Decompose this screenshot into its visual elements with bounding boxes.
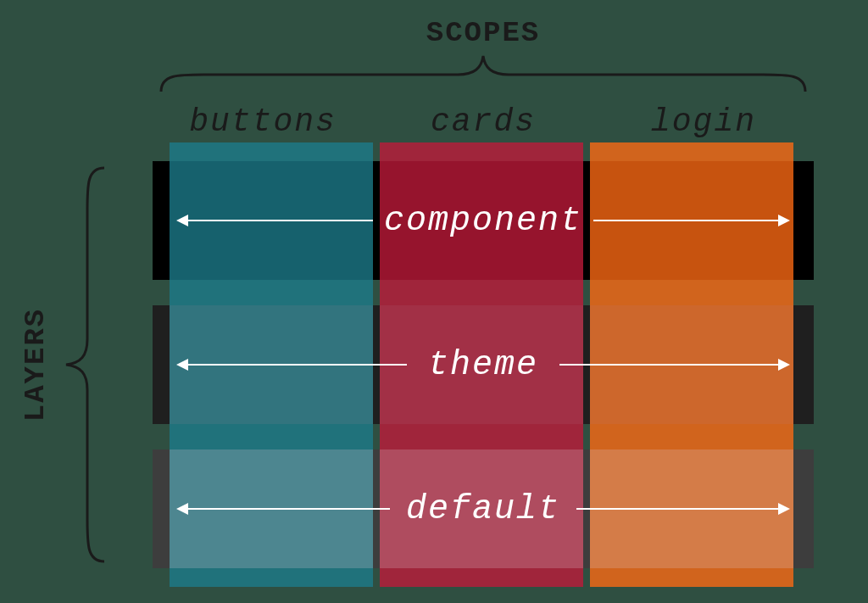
scope-headers: buttons cards login [153,103,814,140]
layers-brace [58,161,110,568]
layers-axis-label-wrap: LAYERS [19,161,53,568]
scope-column-login [590,142,793,587]
scopes-axis-label: SCOPES [153,17,814,49]
scope-header-login: login [593,103,814,140]
layers-axis-label: LAYERS [19,308,52,422]
scope-header-buttons: buttons [153,103,373,140]
diagram-grid: component theme default [153,161,814,568]
scope-column-buttons [170,142,373,587]
scope-column-cards [380,142,583,587]
scopes-brace [153,49,814,97]
scope-header-cards: cards [373,103,593,140]
